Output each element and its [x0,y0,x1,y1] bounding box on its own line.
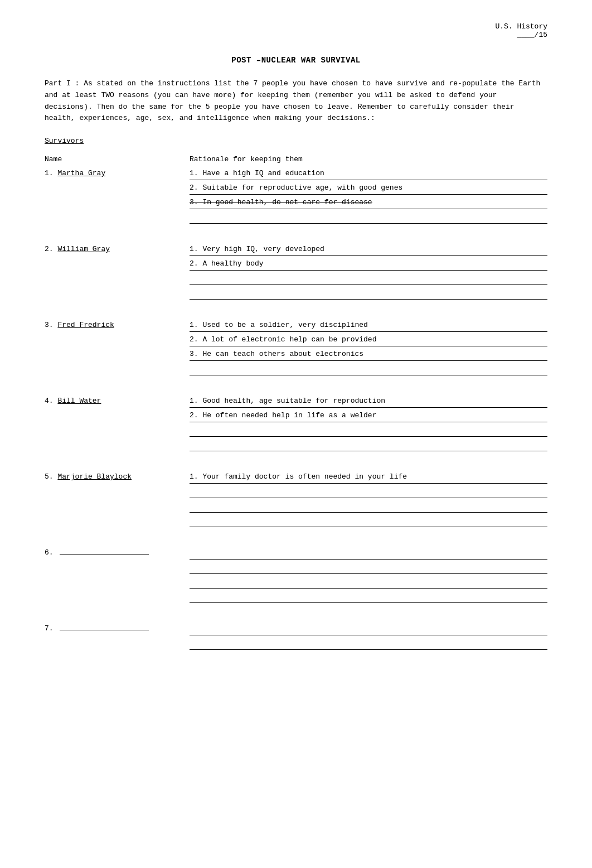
rationale-line: 3. He can teach others about electronics [190,350,547,361]
rationale-column: 1. Used to be a soldier, very discipline… [190,321,547,379]
name-column: 5. Marjorie Blaylock [45,472,190,481]
name-column: 2. William Gray [45,245,190,253]
columns-header: Name Rationale for keeping them [45,155,547,163]
rationale-line [190,624,547,635]
name-blank-line [60,554,149,554]
survivor-row: 1. Martha Gray1. Have a high IQ and educ… [45,169,547,227]
survivor-name: Marjorie Blaylock [57,472,132,481]
survivor-number: 2. [45,245,57,253]
rationale-line: 2. A healthy body [190,259,547,271]
rationale-line [190,577,547,589]
survivor-number: 7. [45,624,57,633]
rationale-line [190,213,547,224]
rationale-line: 1. Have a high IQ and education [190,169,547,180]
rationale-line [190,288,547,300]
name-column: 6. [45,548,190,557]
survivor-name: Bill Water [57,397,101,405]
survivor-name: William Gray [57,245,110,253]
rationale-line: 1. Your family doctor is often needed in… [190,472,547,484]
rationale-line: 1. Very high IQ, very developed [190,245,547,256]
rationale-line [190,548,547,560]
page-title: POST –NUCLEAR WAR SURVIVAL [45,56,547,65]
rationale-column [190,624,547,653]
rationale-line: 1. Good health, age suitable for reprodu… [190,397,547,408]
survivor-number: 1. [45,169,57,177]
name-column: 1. Martha Gray [45,169,190,177]
rationale-column [190,548,547,606]
rationale-line [190,274,547,285]
survivor-name: Martha Gray [57,169,105,177]
rationale-line [190,592,547,603]
survivor-row: 6. [45,548,547,606]
rationale-line: 2. He often needed help in life as a wel… [190,411,547,422]
survivor-row: 3. Fred Fredrick1. Used to be a soldier,… [45,321,547,379]
rationale-column: 1. Have a high IQ and education2. Suitab… [190,169,547,227]
rationale-column: 1. Very high IQ, very developed2. A heal… [190,245,547,303]
survivor-name: Fred Fredrick [57,321,114,329]
rationale-line [190,516,547,527]
rationale-line [190,501,547,513]
rationale-line [190,487,547,498]
rationale-line [190,440,547,451]
rationale-line: 3. In good health, do not care for disea… [190,198,547,209]
name-blank-line [60,630,149,630]
rationale-line [190,639,547,650]
survivor-row: 7. [45,624,547,653]
rationale-column: 1. Good health, age suitable for reprodu… [190,397,547,455]
rationale-line [190,563,547,574]
survivor-row: 5. Marjorie Blaylock1. Your family docto… [45,472,547,531]
col-rationale-header: Rationale for keeping them [190,155,547,163]
instructions-text: Part I : As stated on the instructions l… [45,78,547,124]
rationale-line [190,426,547,437]
name-column: 4. Bill Water [45,397,190,405]
survivors-list: 1. Martha Gray1. Have a high IQ and educ… [45,169,547,653]
rationale-line: 2. A lot of electronic help can be provi… [190,335,547,346]
section-label: Survivors [45,137,547,145]
rationale-column: 1. Your family doctor is often needed in… [190,472,547,531]
survivor-row: 4. Bill Water1. Good health, age suitabl… [45,397,547,455]
score-label: ____/15 [517,31,547,39]
rationale-line: 2. Suitable for reproductive age, with g… [190,184,547,195]
name-column: 7. [45,624,190,633]
survivor-row: 2. William Gray1. Very high IQ, very dev… [45,245,547,303]
survivor-number: 6. [45,548,57,557]
survivor-number: 5. [45,472,57,481]
subject-label: U.S. History [495,22,547,31]
rationale-line [190,364,547,375]
survivor-number: 4. [45,397,57,405]
rationale-line: 1. Used to be a soldier, very discipline… [190,321,547,332]
survivor-number: 3. [45,321,57,329]
col-name-header: Name [45,155,190,163]
header-right: U.S. History ____/15 [45,22,547,39]
name-column: 3. Fred Fredrick [45,321,190,329]
